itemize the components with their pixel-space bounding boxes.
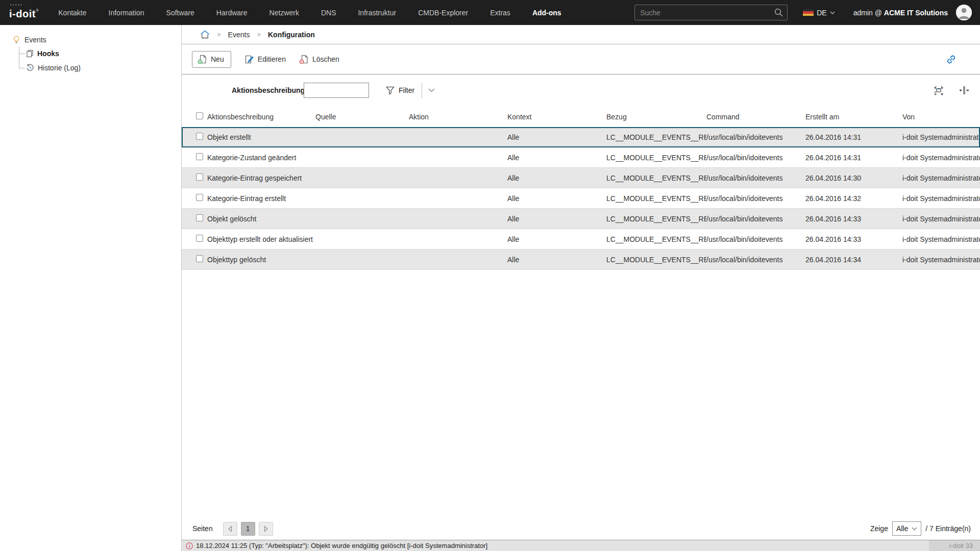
- filter-button-label: Filter: [399, 86, 414, 94]
- main-content: > Events > Konfiguration Neu Editiere: [182, 25, 980, 551]
- sidebar-item-historie-log[interactable]: Historie (Log): [25, 61, 181, 75]
- column-header-command[interactable]: Command: [706, 113, 805, 121]
- table-row[interactable]: Objekttyp gelöscht Alle LC__MODULE__EVEN…: [182, 249, 980, 270]
- table-row[interactable]: Kategorie-Eintrag gespeichert Alle LC__M…: [182, 168, 980, 188]
- permalink-icon[interactable]: [946, 54, 957, 65]
- menu-item-hardware[interactable]: Hardware: [216, 9, 248, 17]
- table-row[interactable]: Objekt erstellt Alle LC__MODULE__EVENTS_…: [182, 127, 980, 147]
- funnel-icon: [386, 86, 395, 95]
- menu-item-netzwerk[interactable]: Netzwerk: [270, 9, 299, 17]
- edit-button-label: Editieren: [258, 55, 286, 63]
- user-avatar-icon[interactable]: [956, 5, 972, 20]
- row-checkbox[interactable]: [196, 194, 203, 201]
- divider: [422, 83, 422, 98]
- chevron-down-icon: [912, 527, 917, 531]
- search-icon[interactable]: [774, 8, 783, 17]
- cell-command: /usr/local/bin/idoitevents: [706, 174, 805, 182]
- fullscreen-icon[interactable]: [933, 85, 944, 96]
- previous-page-button[interactable]: [223, 522, 237, 536]
- cell-kontext: Alle: [507, 194, 606, 203]
- sidebar-item-hooks[interactable]: Hooks: [25, 46, 181, 61]
- cell-bezug: LC__MODULE__EVENTS__REFE...: [606, 174, 706, 182]
- history-clock-icon: [26, 64, 34, 72]
- column-resize-icon[interactable]: [959, 85, 970, 96]
- new-button[interactable]: Neu: [192, 51, 231, 68]
- table-row[interactable]: Objekt gelöscht Alle LC__MODULE__EVENTS_…: [182, 209, 980, 229]
- row-checkbox[interactable]: [196, 235, 203, 242]
- breadcrumb-item-konfiguration: Konfiguration: [268, 31, 315, 39]
- menu-item-software[interactable]: Software: [166, 9, 194, 17]
- filter-button[interactable]: Filter: [386, 86, 414, 95]
- search-input[interactable]: [634, 5, 788, 20]
- app-logo[interactable]: ·····i-doit®: [9, 5, 39, 20]
- version-label: i-doit 33: [929, 540, 980, 551]
- row-checkbox[interactable]: [196, 133, 203, 140]
- document-remove-icon: [299, 55, 309, 64]
- row-checkbox[interactable]: [196, 153, 203, 160]
- filter-expand-chevron-icon[interactable]: [428, 88, 435, 92]
- cell-erstellt-am: 26.04.2016 14:32: [805, 194, 902, 203]
- cell-von: i-doit Systemadministrator: [902, 133, 980, 141]
- user-name: admin @: [853, 9, 882, 17]
- column-header-aktion[interactable]: Aktion: [409, 113, 507, 121]
- page-size-select[interactable]: Alle: [892, 521, 921, 536]
- menu-item-kontakte[interactable]: Kontakte: [58, 9, 86, 17]
- sidebar-item-label: Hooks: [37, 49, 59, 58]
- menu-item-add-ons[interactable]: Add-ons: [532, 9, 561, 17]
- table-row[interactable]: Objekttyp erstellt oder aktualisiert All…: [182, 229, 980, 249]
- lightbulb-icon: [12, 36, 20, 44]
- column-header-kontext[interactable]: Kontext: [507, 113, 606, 121]
- row-checkbox[interactable]: [196, 173, 203, 181]
- cell-erstellt-am: 26.04.2016 14:33: [805, 215, 902, 223]
- table-row[interactable]: Kategorie-Eintrag erstellt Alle LC__MODU…: [182, 188, 980, 209]
- column-header-aktionsbeschreibung[interactable]: Aktionsbeschreibung: [207, 113, 315, 121]
- logo-dots: ·····: [10, 3, 23, 8]
- cell-kontext: Alle: [507, 256, 606, 264]
- cell-kontext: Alle: [507, 154, 606, 162]
- edit-button[interactable]: Editieren: [244, 55, 286, 64]
- column-header-quelle[interactable]: Quelle: [315, 113, 409, 121]
- status-bar: 18.12.2024 11:25 (Typ: "Arbeitsplatz"): …: [182, 540, 980, 551]
- main-menu: KontakteInformationSoftwareHardwareNetzw…: [58, 9, 561, 17]
- sidebar-item-label: Events: [24, 36, 46, 44]
- breadcrumb-item-events[interactable]: Events: [228, 31, 250, 39]
- menu-item-cmdb-explorer[interactable]: CMDB-Explorer: [418, 9, 468, 17]
- cell-kontext: Alle: [507, 235, 606, 243]
- row-checkbox[interactable]: [196, 214, 203, 221]
- logged-in-user[interactable]: admin @ ACME IT Solutions: [853, 9, 948, 17]
- delete-button[interactable]: Löschen: [299, 55, 339, 64]
- cell-command: /usr/local/bin/idoitevents: [706, 256, 805, 264]
- cell-command: /usr/local/bin/idoitevents: [706, 154, 805, 162]
- breadcrumb: > Events > Konfiguration: [182, 25, 980, 44]
- column-header-erstellt-am[interactable]: Erstellt am: [805, 113, 902, 121]
- cell-bezug: LC__MODULE__EVENTS__REFE...: [606, 215, 706, 223]
- empty-area: [182, 270, 980, 517]
- cell-aktionsbeschreibung: Kategorie-Zustand geändert: [207, 154, 315, 162]
- current-page-button[interactable]: 1: [241, 522, 255, 536]
- toolbar: Neu Editieren Löschen: [182, 44, 980, 74]
- table-row[interactable]: Kategorie-Zustand geändert Alle LC__MODU…: [182, 147, 980, 168]
- cell-bezug: LC__MODULE__EVENTS__REFE...: [606, 235, 706, 243]
- filter-bar: Aktionsbeschreibung Filter: [182, 74, 980, 106]
- menu-item-infrastruktur[interactable]: Infrastruktur: [358, 9, 396, 17]
- cell-erstellt-am: 26.04.2016 14:31: [805, 154, 902, 162]
- cell-command: /usr/local/bin/idoitevents: [706, 133, 805, 141]
- app-window: ·····i-doit® KontakteInformationSoftware…: [0, 0, 980, 551]
- next-page-button[interactable]: [259, 522, 273, 536]
- select-all-checkbox[interactable]: [196, 112, 203, 119]
- column-header-von[interactable]: Von: [902, 113, 980, 121]
- cell-aktionsbeschreibung: Objekttyp erstellt oder aktualisiert: [207, 235, 315, 243]
- language-selector[interactable]: DE: [803, 9, 835, 17]
- row-checkbox[interactable]: [196, 255, 203, 262]
- pages-label: Seiten: [192, 524, 213, 533]
- sidebar-item-events[interactable]: Events: [12, 33, 181, 46]
- column-header-bezug[interactable]: Bezug: [606, 113, 706, 121]
- menu-item-extras[interactable]: Extras: [490, 9, 510, 17]
- logo-registered-mark: ®: [36, 8, 39, 13]
- home-icon[interactable]: [200, 30, 210, 39]
- menu-item-dns[interactable]: DNS: [321, 9, 336, 17]
- menu-item-information[interactable]: Information: [109, 9, 144, 17]
- filter-input[interactable]: [304, 83, 369, 98]
- cell-erstellt-am: 26.04.2016 14:30: [805, 174, 902, 182]
- language-code: DE: [817, 9, 826, 17]
